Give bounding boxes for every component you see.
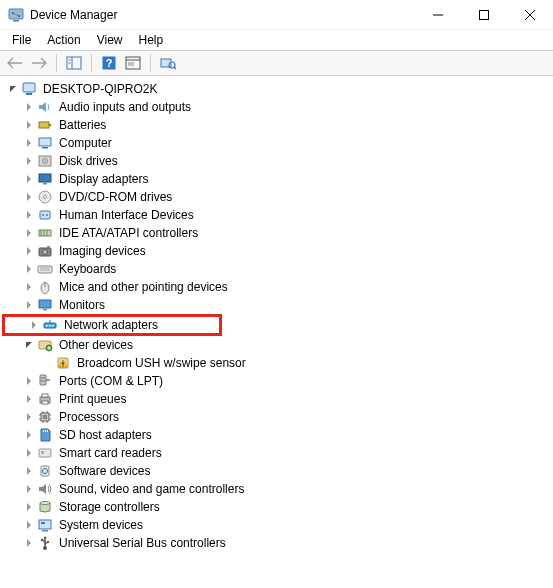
- tree-node-label: Display adapters: [57, 170, 150, 188]
- printer-icon: [37, 391, 53, 407]
- forward-button[interactable]: [28, 52, 50, 74]
- expand-arrow[interactable]: [22, 244, 36, 258]
- svg-point-65: [41, 380, 42, 381]
- tree-node[interactable]: Keyboards: [0, 260, 553, 278]
- expand-arrow[interactable]: [22, 190, 36, 204]
- tree-node[interactable]: Monitors: [0, 296, 553, 314]
- tree-node-label: Software devices: [57, 462, 152, 480]
- expand-arrow[interactable]: [22, 536, 36, 550]
- cpu-icon: [37, 409, 53, 425]
- tree-node[interactable]: Ports (COM & LPT): [0, 372, 553, 390]
- mouse-icon: [37, 279, 53, 295]
- tree-root[interactable]: DESKTOP-QIPRO2K: [0, 80, 553, 98]
- tree-node[interactable]: Batteries: [0, 116, 553, 134]
- toolbar-separator: [150, 54, 151, 72]
- expand-arrow[interactable]: [22, 154, 36, 168]
- tree-node-label: SD host adapters: [57, 426, 154, 444]
- tree-node[interactable]: Disk drives: [0, 152, 553, 170]
- svg-rect-43: [47, 246, 50, 248]
- expand-arrow[interactable]: [22, 172, 36, 186]
- svg-rect-21: [23, 83, 35, 92]
- svg-rect-49: [39, 300, 51, 308]
- svg-point-29: [44, 160, 46, 162]
- tree-node[interactable]: Human Interface Devices: [0, 206, 553, 224]
- tree-node[interactable]: SD host adapters: [0, 426, 553, 444]
- tree-node[interactable]: Processors: [0, 408, 553, 426]
- svg-rect-68: [42, 394, 48, 397]
- menu-file[interactable]: File: [4, 31, 39, 49]
- device-tree[interactable]: DESKTOP-QIPRO2K Audio inputs and outputs…: [0, 76, 553, 556]
- expand-arrow[interactable]: [22, 464, 36, 478]
- tree-node-label: IDE ATA/ATAPI controllers: [57, 224, 200, 242]
- tree-node[interactable]: Print queues: [0, 390, 553, 408]
- tree-node-label: Processors: [57, 408, 121, 426]
- help-button[interactable]: ?: [98, 52, 120, 74]
- maximize-button[interactable]: [461, 0, 507, 30]
- properties-button[interactable]: [122, 52, 144, 74]
- expand-arrow[interactable]: [22, 446, 36, 460]
- expand-arrow[interactable]: [22, 136, 36, 150]
- tree-node[interactable]: Universal Serial Bus controllers: [0, 534, 553, 552]
- tree-node-label: Disk drives: [57, 152, 120, 170]
- tree-child-node[interactable]: Broadcom USH w/swipe sensor: [0, 354, 553, 372]
- expand-arrow[interactable]: [27, 318, 41, 332]
- svg-point-93: [41, 539, 43, 541]
- tree-node-label: Keyboards: [57, 260, 118, 278]
- expand-arrow[interactable]: [6, 82, 20, 96]
- expand-arrow[interactable]: [22, 428, 36, 442]
- tree-node[interactable]: Smart card readers: [0, 444, 553, 462]
- scan-hardware-button[interactable]: [157, 52, 179, 74]
- audio-icon: [37, 99, 53, 115]
- tree-node[interactable]: Mice and other pointing devices: [0, 278, 553, 296]
- tree-node-label: Imaging devices: [57, 242, 148, 260]
- titlebar: Device Manager: [0, 0, 553, 30]
- expand-arrow[interactable]: [22, 262, 36, 276]
- tree-node-label: Monitors: [57, 296, 107, 314]
- svg-point-35: [42, 214, 44, 216]
- tree-node[interactable]: Other devices: [0, 336, 553, 354]
- tree-node[interactable]: Storage controllers: [0, 498, 553, 516]
- tree-node[interactable]: Imaging devices: [0, 242, 553, 260]
- tree-node[interactable]: Display adapters: [0, 170, 553, 188]
- expand-arrow[interactable]: [22, 100, 36, 114]
- tree-node[interactable]: Computer: [0, 134, 553, 152]
- tree-node[interactable]: Audio inputs and outputs: [0, 98, 553, 116]
- expand-arrow[interactable]: [22, 374, 36, 388]
- menu-help[interactable]: Help: [131, 31, 172, 49]
- show-hide-tree-button[interactable]: [63, 52, 85, 74]
- expand-arrow[interactable]: [22, 482, 36, 496]
- tree-node[interactable]: Sound, video and game controllers: [0, 480, 553, 498]
- tree-node[interactable]: System devices: [0, 516, 553, 534]
- smartcard-icon: [37, 445, 53, 461]
- tree-node[interactable]: DVD/CD-ROM drives: [0, 188, 553, 206]
- expand-arrow[interactable]: [22, 392, 36, 406]
- minimize-button[interactable]: [415, 0, 461, 30]
- tree-node[interactable]: Network adapters: [5, 317, 219, 333]
- expand-arrow[interactable]: [22, 338, 36, 352]
- tree-node[interactable]: IDE ATA/ATAPI controllers: [0, 224, 553, 242]
- app-icon: [8, 7, 24, 23]
- expand-arrow[interactable]: [22, 280, 36, 294]
- expand-arrow[interactable]: [22, 226, 36, 240]
- back-button[interactable]: [4, 52, 26, 74]
- expand-arrow[interactable]: [22, 298, 36, 312]
- tree-node-label: Batteries: [57, 116, 108, 134]
- tree-node[interactable]: Software devices: [0, 462, 553, 480]
- tree-node-label: Human Interface Devices: [57, 206, 196, 224]
- menu-action[interactable]: Action: [39, 31, 88, 49]
- close-button[interactable]: [507, 0, 553, 30]
- toolbar-separator: [91, 54, 92, 72]
- display-icon: [37, 171, 53, 187]
- dvd-icon: [37, 189, 53, 205]
- computer-icon: [21, 81, 37, 97]
- svg-rect-25: [39, 138, 51, 146]
- expand-arrow[interactable]: [22, 500, 36, 514]
- expand-arrow[interactable]: [22, 118, 36, 132]
- expand-arrow[interactable]: [22, 410, 36, 424]
- tree-node-label: System devices: [57, 516, 145, 534]
- monitor-icon: [37, 297, 53, 313]
- svg-rect-31: [43, 183, 47, 185]
- expand-arrow[interactable]: [22, 518, 36, 532]
- expand-arrow[interactable]: [22, 208, 36, 222]
- menu-view[interactable]: View: [89, 31, 131, 49]
